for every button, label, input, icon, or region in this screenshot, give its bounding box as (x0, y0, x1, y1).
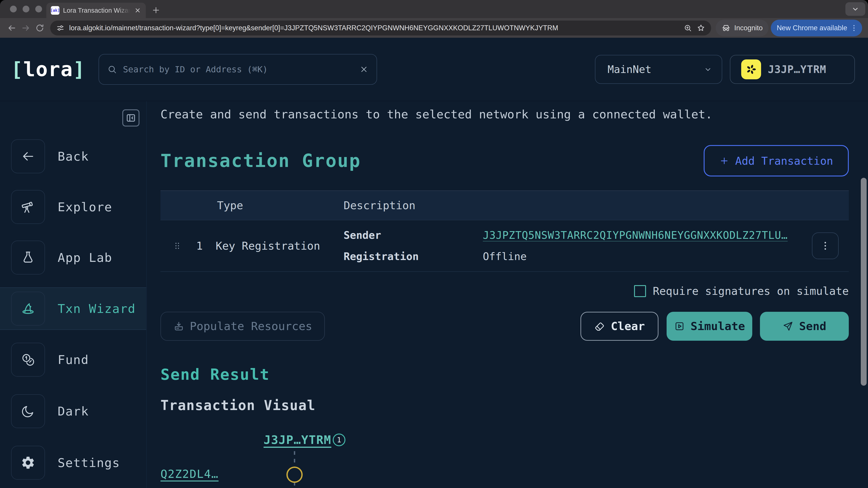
sidebar-item-label: Settings (58, 456, 120, 470)
tab-title: Lora Transaction Wizard main (63, 7, 130, 14)
sidebar-collapse-button[interactable] (122, 109, 140, 127)
tab-close-icon[interactable] (133, 6, 142, 14)
chevron-down-icon (703, 65, 713, 74)
back-nav-icon[interactable] (6, 22, 18, 34)
sidebar-item-settings[interactable]: Settings (0, 442, 146, 484)
minimize-window-button[interactable] (23, 6, 29, 12)
arrow-left-icon (11, 139, 45, 173)
transaction-group-title: Transaction Group (160, 150, 361, 171)
page-description: Create and send transactions to the sele… (160, 107, 849, 121)
sidebar-item-label: Explore (58, 200, 112, 214)
app-body: Back Explore A (0, 101, 868, 488)
sidebar-item-label: Fund (58, 353, 89, 367)
transaction-table: Type Description 1 Key Registration Send… (160, 191, 849, 272)
telescope-icon (11, 190, 45, 224)
search-box[interactable] (98, 54, 377, 85)
sidebar-item-label: Back (58, 149, 89, 164)
incognito-badge: Incognito (716, 20, 769, 36)
download-tray-icon (173, 321, 184, 332)
browser-tab[interactable]: [ak] Lora Transaction Wizard main (46, 3, 146, 18)
search-icon (107, 64, 117, 74)
require-signatures-label: Require signatures on simulate (653, 285, 849, 297)
account-badge: 1 (333, 433, 345, 446)
visual-account-link[interactable]: J3JP…YTRM (264, 433, 331, 447)
browser-toolbar: lora.algokit.io/mainnet/transaction-wiza… (0, 18, 868, 38)
require-signatures-checkbox[interactable] (634, 285, 646, 297)
window-controls[interactable] (10, 6, 42, 12)
wallet-button[interactable]: J3JP…YTRM (730, 55, 855, 84)
forward-nav-icon[interactable] (20, 22, 32, 34)
coins-icon (11, 343, 45, 377)
table-row: 1 Key Registration Sender J3JPZTQ5NSW3TA… (160, 220, 849, 272)
search-input[interactable] (123, 64, 353, 74)
sidebar-item-app-lab[interactable]: App Lab (0, 237, 146, 278)
sidebar-item-label: Dark (58, 404, 89, 418)
new-tab-button[interactable] (151, 5, 161, 15)
column-header-type: Type (217, 199, 344, 212)
row-type: Key Registration (216, 239, 344, 252)
kebab-icon (819, 240, 831, 252)
wizard-hat-icon (11, 292, 45, 326)
maximize-window-button[interactable] (35, 6, 42, 12)
row-index: 1 (196, 239, 206, 252)
zoom-page-icon[interactable] (684, 24, 692, 32)
row-menu-button[interactable] (812, 232, 839, 259)
browser-menu-icon[interactable] (850, 24, 858, 32)
transaction-node-circle[interactable] (286, 466, 303, 483)
registration-value: Offline (483, 250, 805, 263)
chrome-update-label: New Chrome available (777, 24, 847, 32)
populate-resources-button[interactable]: Populate Resources (160, 312, 325, 341)
chrome-update-button[interactable]: New Chrome available (771, 20, 862, 36)
play-square-icon (674, 321, 685, 332)
send-plane-icon (782, 321, 794, 332)
transaction-visual-diagram: J3JP…YTRM 1 Q2Z2DL4… (160, 433, 849, 488)
sidebar-item-label: Txn Wizard (58, 302, 135, 316)
clear-button[interactable]: Clear (581, 312, 658, 341)
reload-icon[interactable] (34, 22, 46, 34)
sidebar-item-fund[interactable]: Fund (0, 339, 146, 381)
eraser-icon (594, 321, 605, 332)
moon-icon (11, 394, 45, 428)
drag-handle-icon[interactable] (172, 241, 182, 251)
wallet-provider-icon (741, 59, 761, 79)
search-clear-icon[interactable] (360, 65, 368, 74)
sidebar-item-label: App Lab (58, 251, 112, 265)
incognito-icon (721, 24, 731, 33)
network-label: MainNet (608, 63, 699, 75)
sidebar-item-explore[interactable]: Explore (0, 186, 146, 228)
close-window-button[interactable] (10, 6, 17, 12)
url-text[interactable]: lora.algokit.io/mainnet/transaction-wiza… (69, 24, 679, 32)
simulate-button[interactable]: Simulate (666, 312, 752, 341)
site-settings-icon[interactable] (56, 24, 65, 32)
scrollbar-thumb[interactable] (861, 178, 867, 386)
send-result-title: Send Result (160, 365, 849, 383)
sender-address-link[interactable]: J3JPZTQ5NSW3TARRC2QIYPGNWNH6NEYGGNXXKODL… (483, 229, 805, 241)
address-bar[interactable]: lora.algokit.io/mainnet/transaction-wiza… (50, 21, 711, 35)
incognito-label: Incognito (734, 24, 763, 32)
bookmark-star-icon[interactable] (697, 24, 705, 32)
network-select[interactable]: MainNet (595, 55, 722, 84)
gear-icon (11, 446, 45, 480)
flask-icon (11, 240, 45, 274)
column-header-description: Description (344, 199, 415, 212)
transaction-visual-title: Transaction Visual (160, 397, 849, 413)
sender-label: Sender (344, 229, 483, 241)
transaction-id-link[interactable]: Q2Z2DL4… (160, 467, 219, 481)
sidebar-item-back[interactable]: Back (0, 135, 146, 177)
table-header: Type Description (160, 191, 849, 220)
plus-icon (719, 156, 729, 166)
lora-app: [lora] MainNet (0, 38, 868, 488)
lora-logo[interactable]: [lora] (11, 58, 86, 81)
tab-strip: [ak] Lora Transaction Wizard main (0, 0, 868, 18)
send-button[interactable]: Send (760, 312, 849, 341)
tab-favicon: [ak] (51, 6, 59, 15)
browser-window: [ak] Lora Transaction Wizard main lor (0, 0, 868, 488)
registration-label: Registration (344, 250, 483, 263)
sidebar-item-dark-mode[interactable]: Dark (0, 390, 146, 432)
main-content: Create and send transactions to the sele… (147, 101, 868, 488)
sidebar: Back Explore A (0, 101, 147, 488)
sidebar-item-txn-wizard[interactable]: Txn Wizard (0, 287, 146, 330)
app-header: [lora] MainNet (0, 38, 868, 101)
tab-search-button[interactable] (845, 2, 865, 16)
add-transaction-button[interactable]: Add Transaction (704, 145, 849, 176)
